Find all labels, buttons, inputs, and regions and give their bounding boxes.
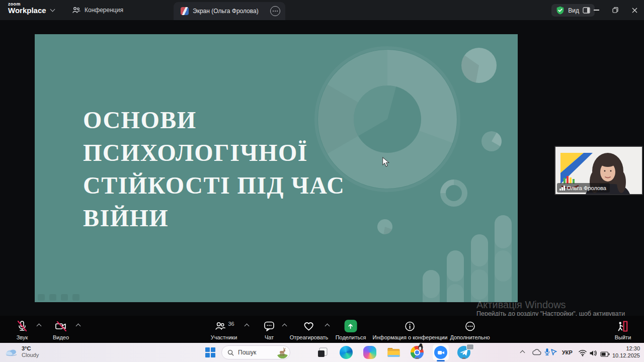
mic-in-use-icon: [544, 348, 550, 356]
participants-label: Участники: [211, 334, 237, 340]
leave-button[interactable]: Выйти: [615, 319, 631, 340]
windows-activation-line1: Активація Windows: [476, 299, 566, 311]
taskbar-search-input[interactable]: Пошук: [221, 345, 290, 359]
more-ellipsis-icon: [464, 319, 476, 333]
bird-overlay-icon: [417, 343, 425, 351]
camera-muted-icon: [54, 319, 68, 333]
tab-conference-label: Конференция: [85, 7, 123, 14]
taskbar-clock[interactable]: 12:30 10.12.2025: [612, 345, 640, 359]
audio-options-chevron[interactable]: [37, 324, 41, 328]
heart-icon: [302, 319, 315, 333]
wifi-icon[interactable]: [578, 349, 587, 358]
telegram-button[interactable]: [457, 345, 471, 359]
tray-hidden-icons-chevron[interactable]: [521, 351, 524, 354]
zoom-app-icon: [434, 346, 447, 359]
meeting-info-button[interactable]: Информация о конференции: [373, 319, 448, 340]
copilot-button[interactable]: [363, 345, 377, 359]
chrome-running-indicator: [416, 357, 419, 359]
tab-conference[interactable]: Конференция: [72, 0, 123, 20]
minimize-button[interactable]: [587, 0, 606, 20]
participants-count: 36: [228, 321, 234, 327]
weather-widget[interactable]: 3°C Cloudy: [5, 345, 39, 358]
telegram-running-indicator: [462, 357, 466, 359]
share-label: Поделиться: [336, 334, 366, 340]
presentation-slide: ОСНОВИ ПСИХОЛОГІЧНОЇ СТІЙКОСТІ ПІД ЧАС В…: [35, 34, 518, 302]
share-screen-icon: [345, 320, 357, 332]
task-view-button[interactable]: [315, 345, 330, 359]
search-icon: [227, 349, 234, 356]
tab-options-ellipsis-icon[interactable]: [270, 6, 280, 16]
windows-start-button[interactable]: [205, 347, 215, 357]
shared-screen-area: ОСНОВИ ПСИХОЛОГІЧНОЇ СТІЙКОСТІ ПІД ЧАС В…: [0, 20, 644, 316]
audio-label: Звук: [17, 334, 28, 340]
deer-image: [277, 347, 288, 358]
tray-time: 12:30: [612, 345, 640, 352]
windows-taskbar: 3°C Cloudy Пошук: [0, 343, 644, 362]
leave-door-icon: [616, 319, 629, 333]
tray-date: 10.12.2025: [612, 352, 640, 359]
maximize-button[interactable]: [606, 0, 625, 20]
meeting-info-label: Информация о конференции: [373, 334, 448, 340]
tab-screen-label: Экран (Ольга Фролова): [193, 8, 259, 15]
react-button[interactable]: Отреагировать: [290, 319, 329, 340]
chat-icon: [263, 319, 276, 333]
onedrive-cloud-icon[interactable]: [532, 348, 541, 357]
chrome-button[interactable]: [410, 345, 424, 359]
location-in-use-icon: [551, 349, 557, 355]
react-label: Отреагировать: [290, 334, 329, 340]
info-icon: [404, 319, 416, 333]
participant-mini-avatar: [181, 7, 189, 15]
audio-level-icon: [559, 186, 565, 191]
task-view-icon: [317, 347, 328, 358]
chat-label: Чат: [265, 334, 274, 340]
restore-icon: [612, 7, 618, 13]
video-button[interactable]: Видео: [53, 319, 69, 340]
security-shield-icon: [556, 6, 565, 15]
tray-mic-location-icons[interactable]: [544, 348, 557, 356]
mouse-cursor: [382, 157, 389, 167]
participant-video-thumbnail[interactable]: Ольга Фролова: [554, 146, 643, 195]
more-button[interactable]: Дополнительно: [450, 319, 490, 340]
participant-name-badge: Ольга Фролова: [557, 183, 610, 193]
search-placeholder: Пошук: [238, 349, 256, 356]
leave-label: Выйти: [615, 334, 631, 340]
share-button[interactable]: Поделиться: [336, 319, 366, 340]
participant-name: Ольга Фролова: [567, 185, 606, 191]
copilot-icon: [363, 346, 376, 359]
title-bar: zoom Workplace Конференция Экран (Ольга …: [0, 0, 644, 20]
volume-icon[interactable]: [589, 349, 597, 358]
video-label: Видео: [53, 334, 69, 340]
weather-temperature: 3°C: [22, 345, 31, 352]
people-icon: [72, 6, 80, 14]
zoom-app-button[interactable]: [434, 345, 448, 359]
brand-workplace: Workplace: [8, 7, 46, 15]
slide-title: ОСНОВИ ПСИХОЛОГІЧНОЇ СТІЙКОСТІ ПІД ЧАС В…: [83, 104, 357, 234]
keyboard-language-indicator[interactable]: УКР: [562, 349, 573, 355]
edge-icon: [340, 346, 353, 359]
telegram-badge: [466, 344, 474, 350]
audio-button[interactable]: Звук: [16, 319, 29, 340]
workspace-chevron-down-icon[interactable]: [51, 8, 54, 11]
file-explorer-icon: [387, 346, 400, 358]
view-label: Вид: [568, 7, 579, 14]
close-button[interactable]: [625, 0, 644, 20]
chat-options-chevron[interactable]: [283, 324, 286, 328]
file-explorer-button[interactable]: [386, 345, 400, 359]
edge-browser-button[interactable]: [339, 345, 353, 359]
participants-button[interactable]: 36 Участники: [211, 319, 237, 340]
participants-icon: 36: [213, 319, 234, 333]
participants-options-chevron[interactable]: [245, 324, 249, 328]
close-icon: [632, 8, 637, 13]
zoom-active-underline: [437, 360, 445, 361]
react-options-chevron[interactable]: [326, 324, 329, 328]
chat-button[interactable]: Чат: [263, 319, 276, 340]
weather-description: Cloudy: [22, 352, 39, 358]
zoom-workplace-logo: zoom Workplace: [8, 2, 46, 15]
more-label: Дополнительно: [450, 334, 490, 340]
tab-screen-share[interactable]: Экран (Ольга Фролова): [174, 2, 285, 20]
presenter-tools[interactable]: [38, 294, 79, 301]
video-options-chevron[interactable]: [76, 324, 80, 328]
battery-icon[interactable]: [600, 350, 610, 359]
cloud-weather-icon: [5, 347, 18, 356]
mic-muted-icon: [16, 319, 29, 333]
